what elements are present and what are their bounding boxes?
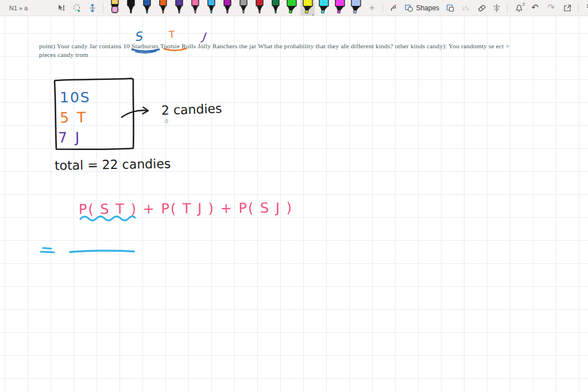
pen-icon <box>141 0 153 14</box>
arrow-stroke <box>122 110 148 117</box>
pen-pink[interactable] <box>188 0 202 16</box>
whiteboard-app: N1 » a <box>0 0 588 392</box>
redo-button: ↷ <box>544 1 558 16</box>
share-button[interactable] <box>560 1 574 16</box>
pen-icon <box>173 0 185 14</box>
pen-black[interactable] <box>123 0 138 16</box>
highlighter-green[interactable] <box>284 0 299 16</box>
pen-orange[interactable] <box>156 0 170 16</box>
collapse-icon <box>586 3 588 13</box>
lasso-select-icon <box>72 3 82 13</box>
toolbar: N1 » a <box>0 0 588 16</box>
problem-text-line2: pieces candy trom <box>39 51 516 58</box>
equation-squiggle-stroke <box>80 216 135 220</box>
pen-magenta[interactable] <box>220 0 234 16</box>
candy-jar-box-stroke <box>55 79 134 149</box>
handwriting-tootsie-letter: T <box>168 29 175 41</box>
lasso-select-button[interactable] <box>69 1 84 16</box>
highlighter-icon <box>318 0 330 14</box>
divider <box>103 3 103 13</box>
shapes-label: Shapes <box>416 4 439 12</box>
handwriting-starburst-count: 10S <box>60 89 91 106</box>
ink-strokes <box>0 16 588 392</box>
pen-icon <box>222 0 233 14</box>
highlighter-icon <box>334 0 346 14</box>
highlighter-lightblue[interactable] <box>349 0 363 16</box>
highlighter-icon <box>350 0 362 14</box>
duplicate-button[interactable] <box>443 1 457 16</box>
fraction-bar-stroke <box>70 251 134 252</box>
divider <box>382 3 383 13</box>
collapse-button[interactable] <box>583 1 588 16</box>
pen-icon <box>270 0 281 14</box>
handwriting-tootsie-count: 5 T <box>60 109 88 126</box>
eraser-object-button[interactable] <box>474 1 488 16</box>
handwriting-pick-label: 2 candies <box>161 101 222 118</box>
equals-bottom-stroke <box>41 252 54 252</box>
alignment-button[interactable] <box>489 1 504 16</box>
cursor-diamond <box>165 120 168 124</box>
highlighter-yellow-selected[interactable]: ⌄ <box>300 0 315 16</box>
pen-icon <box>125 0 137 14</box>
canvas[interactable]: point) Your candy Jar contains 10 Starbu… <box>0 16 588 392</box>
highlighter-cyan[interactable] <box>316 0 331 16</box>
handwriting-jolly-count: 7 J <box>58 129 82 147</box>
share-icon <box>563 3 572 13</box>
ink-to-shape-icon <box>389 3 399 13</box>
shapes-button[interactable]: Shapes <box>402 1 442 16</box>
eraser-pen[interactable] <box>107 0 122 16</box>
alignment-icon <box>492 3 501 13</box>
shapes-icon <box>404 3 413 13</box>
highlighter-magenta[interactable] <box>332 0 347 16</box>
pan-vertical-button[interactable] <box>85 1 99 16</box>
select-tool-icon <box>57 3 66 13</box>
pen-icon <box>206 0 217 14</box>
undo-button[interactable]: ↶ <box>528 1 542 16</box>
select-tool-button[interactable] <box>54 1 68 16</box>
pen-red[interactable] <box>252 0 266 16</box>
pan-vertical-icon <box>88 3 97 13</box>
highlighter-icon <box>285 0 298 14</box>
eraser-object-icon <box>477 3 486 13</box>
pen-blue[interactable] <box>140 0 154 16</box>
pen-icon <box>238 0 249 14</box>
eraser-icon <box>109 0 121 14</box>
svg-text:a: a <box>466 6 469 11</box>
ink-to-text-icon: a a <box>461 3 470 13</box>
breadcrumb[interactable]: N1 » a <box>9 5 28 11</box>
handwriting-equation: P( S T ) + P( T J ) + P( S J ) <box>79 200 293 218</box>
notifications-button[interactable]: 2 <box>512 1 526 16</box>
pen-tray: ⌄ <box>107 0 363 16</box>
notification-badge: 2 <box>523 2 525 7</box>
chevron-down-icon: ⌄ <box>311 11 315 17</box>
handwriting-starburst-letter: S <box>133 29 143 44</box>
divider <box>507 3 508 13</box>
ink-to-shape-button[interactable] <box>386 1 401 16</box>
arrow-head-stroke <box>143 107 149 114</box>
problem-text-line1: point) Your candy Jar contains 10 Starbu… <box>39 43 516 49</box>
pen-gray[interactable] <box>236 0 250 16</box>
pen-icon <box>157 0 169 14</box>
pen-purple[interactable] <box>172 0 186 16</box>
divider <box>578 3 579 13</box>
add-pen-button[interactable]: + <box>365 1 379 16</box>
duplicate-icon <box>446 3 455 13</box>
toolbar-right-group: 2 ↶ ↷ <box>505 1 588 16</box>
pen-sky-blue[interactable] <box>204 0 218 16</box>
equals-top-stroke <box>43 248 51 249</box>
ink-to-text-button: a a <box>458 1 473 16</box>
handwriting-jolly-letter: J <box>202 30 206 43</box>
pen-icon <box>189 0 201 14</box>
handwriting-total-line: total = 22 candies <box>55 156 171 173</box>
pen-dark-green[interactable] <box>268 0 283 16</box>
pen-icon <box>254 0 265 14</box>
